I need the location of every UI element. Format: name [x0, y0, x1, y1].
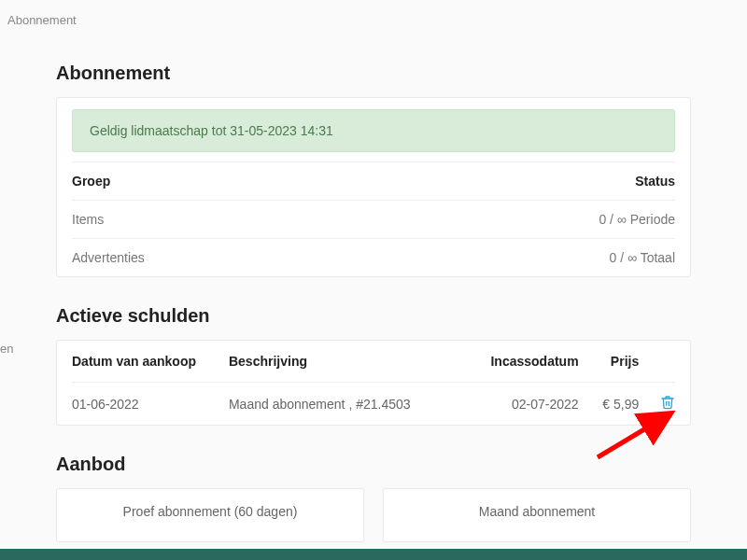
section-heading-offers: Aanbod: [56, 454, 691, 475]
cell-price: € 5,99: [579, 383, 640, 426]
abonnement-card: Geldig lidmaatschap tot 31-05-2023 14:31…: [56, 97, 691, 277]
debts-table: Datum van aankoop Beschrijving Incassoda…: [72, 341, 675, 425]
th-status: Status: [366, 162, 675, 201]
cell-status: 0 / ∞ Totaal: [366, 239, 675, 277]
th-description: Beschrijving: [229, 341, 470, 383]
section-heading-debts: Actieve schulden: [56, 305, 691, 327]
th-price: Prijs: [579, 341, 640, 383]
abonnement-status-table: Groep Status Items 0 / ∞ Periode Adverte…: [72, 161, 675, 276]
section-heading-abonnement: Abonnement: [56, 63, 691, 84]
cell-collection-date: 02-07-2022: [470, 383, 578, 426]
table-header-row: Groep Status: [72, 162, 675, 201]
table-row: Advertenties 0 / ∞ Totaal: [72, 239, 675, 277]
table-row: 01-06-2022 Maand abonnement , #21.4503 0…: [72, 383, 675, 426]
membership-valid-alert: Geldig lidmaatschap tot 31-05-2023 14:31: [72, 109, 675, 152]
main-content: Abonnement Geldig lidmaatschap tot 31-05…: [0, 63, 747, 542]
cell-purchase-date: 01-06-2022: [72, 383, 229, 426]
th-collection-date: Incassodatum: [470, 341, 578, 383]
th-group: Groep: [72, 162, 366, 201]
cell-group: Advertenties: [72, 239, 366, 277]
cell-status: 0 / ∞ Periode: [366, 201, 675, 239]
th-actions: [639, 341, 675, 383]
cell-group: Items: [72, 201, 366, 239]
trash-icon: [660, 394, 675, 411]
table-row: Items 0 / ∞ Periode: [72, 201, 675, 239]
breadcrumb[interactable]: Abonnement: [0, 0, 747, 40]
cell-description: Maand abonnement , #21.4503: [229, 383, 470, 426]
delete-debt-button[interactable]: [660, 394, 675, 411]
offer-monthly[interactable]: Maand abonnement: [383, 488, 691, 542]
footer-band: [0, 549, 747, 560]
debts-card: Datum van aankoop Beschrijving Incassoda…: [56, 340, 691, 426]
th-purchase-date: Datum van aankoop: [72, 341, 229, 383]
truncated-nav-text: en: [0, 342, 13, 356]
table-header-row: Datum van aankoop Beschrijving Incassoda…: [72, 341, 675, 383]
offers-row: Proef abonnement (60 dagen) Maand abonne…: [56, 488, 691, 542]
offer-trial[interactable]: Proef abonnement (60 dagen): [56, 488, 364, 542]
